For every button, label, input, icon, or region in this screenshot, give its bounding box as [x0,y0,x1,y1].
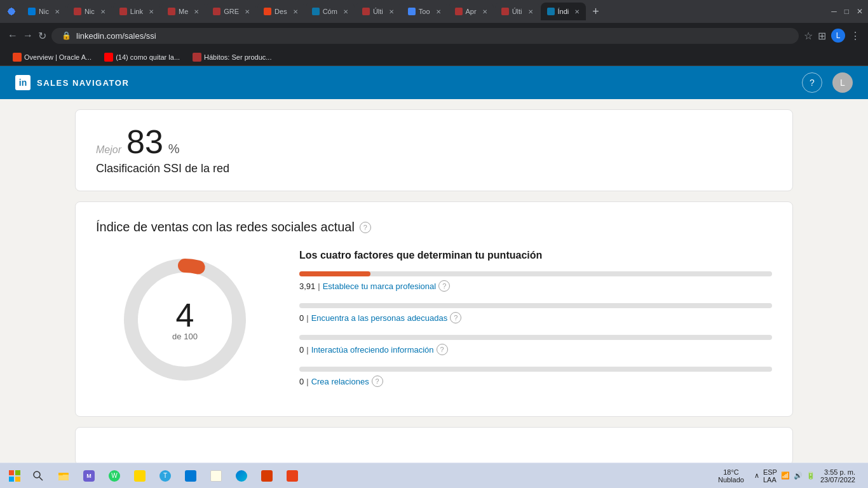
tab-7[interactable]: Cóm ✕ [306,3,355,20]
tab-close-6[interactable]: ✕ [293,8,298,15]
tab-1[interactable]: Nic ✕ [22,3,66,20]
tab-close-1[interactable]: ✕ [55,8,60,15]
tab-5[interactable]: GRE ✕ [207,3,256,20]
ln-logo[interactable]: in SALES NAVIGATOR [15,75,129,90]
browser-chrome: Nic ✕ Nic ✕ Link ✕ Me ✕ GRE ✕ Des ✕ [0,0,868,66]
telegram-button[interactable]: T [154,464,177,487]
files-button[interactable] [128,464,151,487]
factor-help-icon-4[interactable]: ? [372,376,383,387]
tab-2[interactable]: Nic ✕ [67,3,112,20]
tab-12[interactable]: Índi ✕ [541,3,587,20]
bookmarks-bar: Overview | Oracle A... (14) como quitar … [0,48,868,66]
donut-score: 4 [172,299,198,332]
close-button[interactable]: ✕ [857,7,863,16]
meet-button[interactable]: M [78,464,100,487]
factor-separator-2: | [306,313,308,323]
file-explorer-button[interactable] [52,464,75,487]
tab-close-7[interactable]: ✕ [343,8,348,15]
svg-rect-9 [58,475,69,480]
tasks-button[interactable] [179,464,202,487]
svg-point-6 [34,471,40,478]
bookmark-1[interactable]: Overview | Oracle A... [8,51,97,63]
system-tray: ∧ ESP LAA 📶 🔊 🔋 [754,468,815,484]
edge-icon [236,470,247,482]
tab-close-5[interactable]: ✕ [245,8,250,15]
tab-4[interactable]: Me ✕ [161,3,205,20]
bookmark-star-icon[interactable]: ☆ [804,30,813,42]
tab-favicon-4 [168,8,175,15]
chevron-up-icon[interactable]: ∧ [754,471,759,480]
bookmark-2[interactable]: (14) como quitar la... [99,51,185,63]
telegram-icon: T [159,470,171,482]
help-button[interactable]: ? [802,72,822,93]
tab-close-4[interactable]: ✕ [194,8,199,15]
tab-6[interactable]: Des ✕ [257,3,304,20]
tab-label-1: Nic [39,8,49,15]
tab-close-10[interactable]: ✕ [482,8,487,15]
notepad-button[interactable] [205,464,227,487]
refresh-button[interactable]: ↻ [38,30,46,42]
tab-9[interactable]: Too ✕ [402,3,447,20]
search-taskbar-button[interactable] [27,464,50,487]
svg-rect-2 [9,470,14,475]
new-tab-button[interactable]: + [587,5,604,18]
profile-icon[interactable]: L [831,29,845,43]
office-button[interactable] [255,464,278,487]
factor-help-icon-1[interactable]: ? [438,280,450,292]
factor-name-3[interactable]: Interactúa ofreciendo información [311,345,434,355]
tab-label-4: Me [179,8,188,15]
factor-item-2: 0 | Encuentra a las personas adecuadas ? [299,303,772,323]
factor-separator-3: | [306,345,308,355]
factor-name-2[interactable]: Encuentra a las personas adecuadas [311,313,448,323]
tab-3[interactable]: Link ✕ [113,3,160,20]
tab-search-icon[interactable]: ⊞ [818,30,826,42]
start-button[interactable] [5,466,24,485]
weather-widget: 18°C Nublado [718,468,744,484]
tab-8[interactable]: Últi ✕ [356,3,400,20]
tab-close-3[interactable]: ✕ [149,8,154,15]
tab-close-12[interactable]: ✕ [574,8,580,15]
meet-icon: M [83,470,95,482]
factor-name-4[interactable]: Crea relaciones [311,377,369,386]
tab-close-11[interactable]: ✕ [528,8,533,15]
ln-header-actions: ? L [802,72,853,93]
next-card-placeholder [75,427,793,465]
tools-button[interactable] [281,464,304,487]
taskbar-clock[interactable]: 3:55 p. m. 23/07/2022 [820,468,855,484]
factor-help-icon-3[interactable]: ? [437,344,448,355]
tab-close-8[interactable]: ✕ [389,8,394,15]
user-avatar[interactable]: L [832,72,853,93]
factor-help-icon-2[interactable]: ? [450,312,461,323]
tab-favicon-12 [547,8,555,15]
donut-center: 4 de 100 [172,299,198,341]
taskbar-right: 18°C Nublado ∧ ESP LAA 📶 🔊 🔋 3:55 p. m. … [718,468,863,484]
factor-label-2: 0 | Encuentra a las personas adecuadas ? [299,312,772,323]
chrome-logo [5,5,18,18]
url-bar[interactable]: 🔒 linkedin.com/sales/ssi [51,28,799,44]
tab-label-10: Apr [466,8,477,15]
minimize-button[interactable]: ─ [831,7,837,16]
files-icon [134,470,146,482]
tab-favicon-10 [455,8,463,15]
bookmark-3[interactable]: Hábitos: Ser produc... [187,51,276,63]
whatsapp-button[interactable]: W [103,464,126,487]
maximize-button[interactable]: □ [844,7,849,16]
forward-button[interactable]: → [23,30,33,41]
edge-button[interactable] [230,464,253,487]
lang-indicator: ESP LAA [763,468,777,484]
back-button[interactable]: ← [8,30,18,41]
tab-10[interactable]: Apr ✕ [449,3,494,20]
title-help-icon[interactable]: ? [360,222,371,233]
clock-date: 23/07/2022 [820,476,855,484]
tools-icon [287,470,298,482]
tab-favicon-2 [74,8,81,15]
factor-name-1[interactable]: Establece tu marca profesional [323,281,436,291]
tab-close-9[interactable]: ✕ [436,8,441,15]
tab-11[interactable]: Últi ✕ [495,3,539,20]
percent-symbol: % [168,142,180,156]
more-options-icon[interactable]: ⋮ [850,30,860,42]
factor-label-4: 0 | Crea relaciones ? [299,376,772,387]
factor-item-1: 3,91 | Establece tu marca profesional ? [299,271,772,292]
factor-separator-1: | [318,281,320,291]
tab-close-2[interactable]: ✕ [100,8,105,15]
